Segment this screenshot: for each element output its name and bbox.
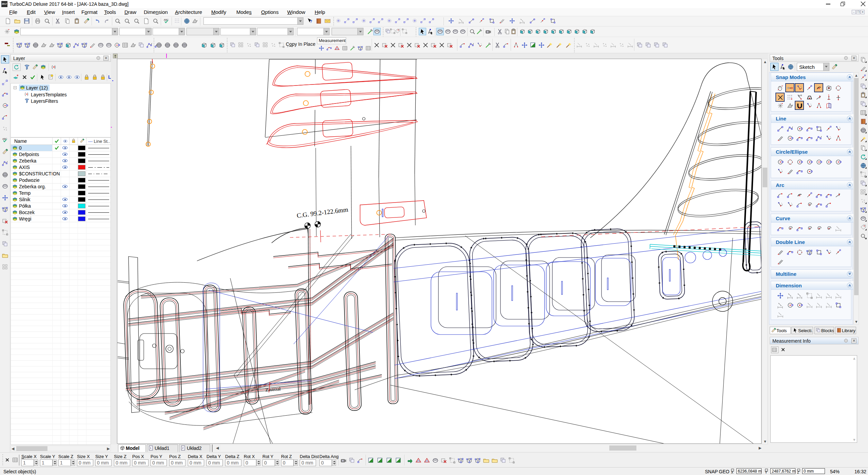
svg-text:Zastrzał: Zastrzał [265,386,281,393]
svg-text:1: 1 [150,446,152,450]
svg-text:C.G. 99.2-122.6mm: C.G. 99.2-122.6mm [296,206,349,219]
svg-text:X: X [731,471,733,474]
svg-text:2: 2 [182,446,184,450]
svg-text:Y: Y [765,471,767,474]
svg-text:Z: Z [797,471,799,474]
